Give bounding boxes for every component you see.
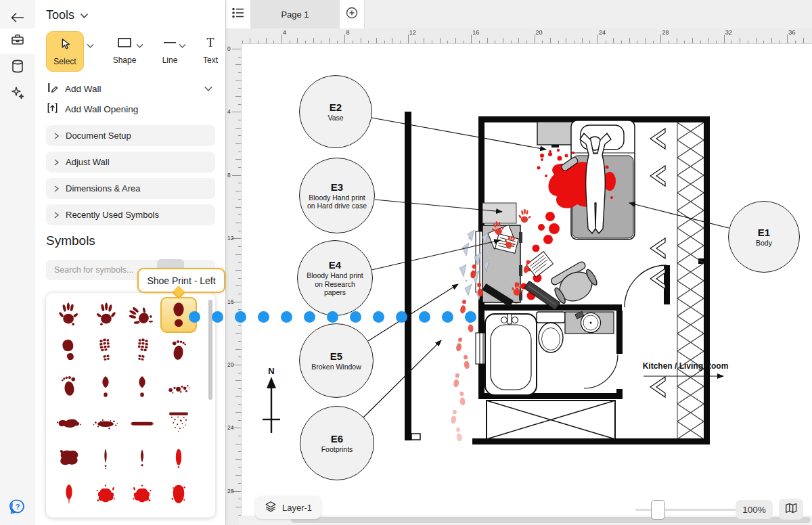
storage-box[interactable]: [487, 401, 615, 439]
symbol-blood-splat-oval-icon[interactable]: [160, 476, 197, 512]
symbol-bloody-hand-print-left-icon[interactable]: [87, 297, 124, 333]
chevron-right-icon: [53, 158, 60, 166]
section-recently-used-symbols[interactable]: Recently Used Symbols: [46, 204, 215, 225]
symbol-blood-spatter-wide-icon[interactable]: [87, 405, 124, 440]
tool-select-button[interactable]: Select: [46, 31, 84, 72]
bathroom-door-arc[interactable]: [584, 355, 618, 388]
bathtub[interactable]: [485, 314, 537, 395]
map-icon: [784, 502, 798, 517]
evidence-e2[interactable]: E2Vase: [299, 75, 372, 148]
add-wall-label: Add Wall: [65, 84, 102, 94]
hanger-icons: [650, 129, 665, 397]
symbol-tooltip: Shoe Print - Left: [137, 268, 225, 293]
closet[interactable]: [650, 122, 704, 438]
page-tab-bar: Page 1: [226, 0, 812, 29]
floor-papers[interactable]: [526, 252, 553, 277]
add-wall-button[interactable]: Add Wall: [46, 80, 215, 97]
tool-text-button[interactable]: T Text: [194, 35, 227, 65]
drag-trail-dot: [465, 311, 476, 323]
drag-trail-dot: [189, 311, 200, 323]
tools-panel-header[interactable]: Tools: [46, 8, 89, 22]
shape-dropdown-chevron-icon[interactable]: [136, 39, 143, 51]
zoom-level-badge: 100%: [736, 500, 773, 519]
drag-trail-dot: [212, 311, 223, 323]
add-page-button[interactable]: [340, 0, 365, 28]
symbol-bloody-hand-print-right-icon[interactable]: [51, 297, 87, 333]
section-document-setup[interactable]: Document Setup: [46, 125, 215, 146]
symbol-bare-foot-print-left-icon[interactable]: [51, 369, 87, 405]
drag-trail-dot: [373, 311, 384, 323]
symbol-blood-drop-bright-2-icon[interactable]: [51, 476, 87, 512]
chevron-right-icon: [53, 132, 60, 140]
horizontal-ruler: 4812162024283236: [239, 28, 812, 44]
rail-item-data[interactable]: [0, 56, 35, 79]
select-dropdown-chevron-icon[interactable]: [87, 39, 94, 51]
drag-trail-dot: [350, 311, 361, 323]
symbol-boot-print-tread-icon[interactable]: [87, 333, 124, 369]
tool-line-label: Line: [162, 55, 178, 65]
vertical-ruler: 0481216202428: [226, 43, 242, 525]
chevron-down-icon: [80, 8, 89, 22]
symbol-bloody-hand-smear-icon[interactable]: [124, 297, 160, 333]
add-wall-chevron-icon[interactable]: [204, 84, 212, 94]
add-wall-opening-button[interactable]: Add Wall Opening: [46, 100, 215, 118]
symbol-shoe-print-solid-icon[interactable]: [51, 333, 87, 369]
section-adjust-wall[interactable]: Adjust Wall: [46, 152, 215, 173]
symbol-blood-pool-icon[interactable]: [51, 440, 87, 476]
drag-trail-dot: [396, 311, 407, 323]
bathroom-sink[interactable]: [565, 311, 614, 334]
symbol-blood-smear-icon[interactable]: [51, 405, 87, 440]
evidence-e5[interactable]: E5Broken Window: [299, 323, 374, 398]
symbol-bare-foot-print-right-icon[interactable]: [160, 333, 197, 369]
layer-button[interactable]: Layer-1: [255, 496, 321, 519]
wall-end-cap: [411, 434, 420, 440]
north-arrow[interactable]: N: [263, 366, 280, 433]
rail-item-tools[interactable]: [0, 30, 35, 53]
drawing-canvas-area[interactable]: Page 1 4812162024283236 0481216202428: [225, 0, 812, 525]
zoom-slider-handle[interactable]: [651, 500, 665, 520]
drag-trail-dot: [258, 311, 269, 323]
symbol-grid: [51, 297, 197, 512]
back-button[interactable]: [0, 7, 35, 30]
help-button[interactable]: ?: [0, 497, 35, 520]
minimap-button[interactable]: [779, 499, 803, 520]
zoom-controls: 100%: [635, 499, 806, 520]
svg-text:T: T: [207, 36, 215, 49]
drag-trail-dot: [235, 311, 246, 323]
symbol-heel-toe-print-2-icon[interactable]: [124, 369, 160, 405]
plus-circle-icon: [345, 6, 359, 22]
page-list-button[interactable]: [226, 0, 251, 28]
tv[interactable]: [537, 122, 572, 147]
chevron-right-icon: [53, 185, 60, 193]
kitchen-label-text: Kitchen / Living Room: [643, 361, 729, 371]
symbol-blood-drip-icon[interactable]: [87, 440, 124, 476]
line-dropdown-chevron-icon[interactable]: [179, 39, 186, 51]
line-icon: [161, 35, 179, 53]
drag-trail-dot: [442, 311, 453, 323]
symbol-boot-print-tread-2-icon[interactable]: [124, 333, 160, 369]
symbol-blood-drip-2-icon[interactable]: [124, 440, 160, 476]
symbol-heel-toe-print-icon[interactable]: [87, 369, 124, 405]
add-wall-icon: [46, 81, 59, 96]
evidence-e1[interactable]: E1Body: [728, 201, 800, 273]
svg-text:?: ?: [16, 503, 20, 511]
symbol-blood-spatter-trail-icon[interactable]: [160, 369, 197, 405]
evidence-e3[interactable]: E3Bloody Hand print on Hard drive case: [299, 158, 375, 233]
rail-item-assistant[interactable]: [0, 83, 35, 106]
evidence-e4[interactable]: E4Bloody Hand print on Research papers: [297, 240, 373, 316]
hard-drive-case[interactable]: [482, 203, 516, 223]
toilet[interactable]: [537, 312, 565, 352]
tool-buttons-row: Select Shape Line T Text: [46, 30, 215, 73]
symbol-blood-spray-icon[interactable]: [160, 405, 197, 440]
tab-page-1[interactable]: Page 1: [250, 0, 340, 28]
tool-select-label: Select: [53, 57, 76, 66]
layers-icon: [265, 500, 277, 515]
symbol-blood-splat-icon[interactable]: [87, 476, 124, 512]
left-icon-rail: ?: [0, 0, 35, 525]
symbol-blood-smear-line-icon[interactable]: [124, 405, 160, 440]
symbol-blood-splat-2-icon[interactable]: [124, 476, 160, 512]
symbol-blood-drop-bright-icon[interactable]: [160, 440, 197, 476]
section-dimensions-area[interactable]: Dimensions & Area: [46, 178, 215, 199]
sparkles-icon: [10, 85, 25, 103]
evidence-e6[interactable]: E6Footprints: [300, 406, 374, 480]
